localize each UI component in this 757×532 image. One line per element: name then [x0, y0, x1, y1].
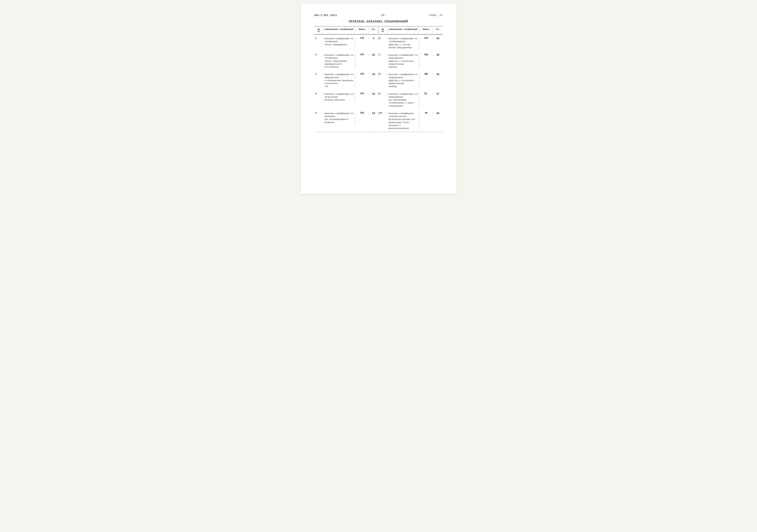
- col-header-num-right: №№ пп: [378, 28, 387, 33]
- table-row: 1. Заказная спецификация на тепломехани-…: [315, 35, 442, 51]
- col-header-page-left: Стр.: [369, 28, 378, 33]
- row4-index-right: IM.: [419, 93, 433, 95]
- row5-name-right: Заказная спецификация технологическихмет…: [387, 112, 419, 130]
- row4-num-left: 4.: [315, 93, 323, 95]
- row2-index-left: 2TM: [355, 53, 369, 56]
- col-num-right-label: №№: [379, 28, 386, 30]
- row1-index-right: 6TM: [419, 37, 433, 40]
- col-header-name-left: Наименование спецификаций: [323, 28, 355, 33]
- page-title: ПЕРЕЧЕНЬ ЗАКАЗНЫХ СПЕЦИФИКАЦИЙ: [315, 20, 442, 23]
- table-row: 4. Заказная спецификация на загрузочныйм…: [315, 90, 442, 109]
- row2-num-left: 2.: [315, 53, 323, 56]
- row3-index-left: 3TM: [355, 73, 369, 75]
- row5-page-left: 24: [369, 112, 378, 115]
- row4-name-left: Заказная спецификация на загрузочныймате…: [323, 93, 355, 102]
- table-row: 3. Заказная спецификация на обмуровочные…: [315, 71, 442, 90]
- page: 903-I-I52 (XXI) -3- 15582- 22 ПЕРЕЧЕНЬ З…: [301, 4, 456, 194]
- row2-page-right: 30: [433, 53, 442, 56]
- col-num-right-label2: пп: [379, 30, 386, 32]
- table-header-row: №№ пп Наименование спецификаций Индекс С…: [315, 26, 442, 35]
- row3-name-right: Заказная спецификация на оборудование,ар…: [387, 73, 419, 88]
- row2-name-right: Заказная спецификация на оборудование,ар…: [387, 53, 419, 69]
- row1-num-right: 6.: [378, 37, 387, 40]
- row5-num-left: 5.: [315, 112, 323, 114]
- row4-name-right: Заказная спецификация на оборудованиедля…: [387, 93, 419, 107]
- col-header-name-right: Наименование спецификаций: [387, 28, 419, 33]
- row1-page-left: 4: [369, 37, 378, 40]
- row3-num-left: 3.: [315, 73, 323, 75]
- header-left-text: 903-I-I52 (XXI): [315, 14, 337, 16]
- col-num-left-label: №№: [315, 28, 322, 30]
- col-header-num-left: №№ пп: [315, 28, 323, 33]
- row2-page-left: 42: [369, 53, 378, 56]
- row5-name-left: Заказная спецификация на материалыдля ан…: [323, 112, 355, 124]
- main-table: №№ пп Наименование спецификаций Индекс С…: [315, 26, 442, 132]
- row3-index-right: IBK: [419, 73, 433, 75]
- row4-index-left: 4TM: [355, 93, 369, 95]
- col-header-index-left: Индекс: [355, 28, 369, 33]
- row4-num-right: 9.: [378, 93, 387, 95]
- header-right-text: 15582- 22: [429, 14, 442, 16]
- row1-num-left: 1.: [315, 37, 323, 40]
- row5-index-right: 2M: [419, 112, 433, 114]
- row3-page-left: 18: [369, 73, 378, 76]
- row4-page-right: 37: [433, 93, 442, 95]
- row1-index-left: ITM: [355, 37, 369, 40]
- col-num-left-label2: пп: [315, 30, 322, 32]
- header-center-text: -3-: [380, 14, 386, 17]
- row5-page-right: 44: [433, 112, 442, 115]
- row1-page-right: 26: [433, 37, 442, 40]
- table-row: 2. Заказная спецификация на тепломехани-…: [315, 51, 442, 71]
- col-header-page-right: Стр.: [433, 28, 442, 33]
- row3-page-right: 34: [433, 73, 442, 76]
- page-header: 903-I-I52 (XXI) -3- 15582- 22: [315, 14, 442, 17]
- row2-num-right: 7.: [378, 53, 387, 56]
- row5-index-left: 5TM: [355, 112, 369, 114]
- row3-num-right: 8.: [378, 73, 387, 75]
- row5-num-right: 10.: [378, 112, 387, 114]
- col-header-index-right: Индекс: [419, 28, 433, 33]
- row3-name-left: Заказная спецификация на обмуровочныеи и…: [323, 73, 355, 88]
- table-row: 5. Заказная спецификация на материалыдля…: [315, 109, 442, 132]
- row1-name-left: Заказная спецификация на тепломехани-чес…: [323, 37, 355, 46]
- row2-index-right: IOB: [419, 53, 433, 56]
- row4-page-left: 23: [369, 93, 378, 95]
- row2-name-left: Заказная спецификация на тепломехани-чес…: [323, 53, 355, 69]
- row1-name-right: Заказная спецификация на трубопроводнуюа…: [387, 37, 419, 49]
- table-body: 1. Заказная спецификация на тепломехани-…: [315, 35, 442, 132]
